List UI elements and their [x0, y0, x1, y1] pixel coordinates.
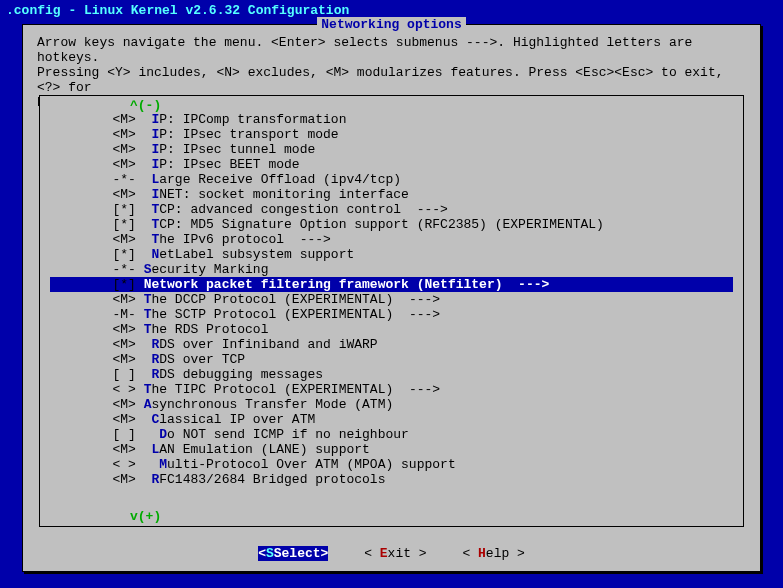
item-state-indicator: <M> [50, 292, 144, 307]
menu-item[interactable]: [ ] RDS debugging messages [50, 367, 733, 382]
menu-item[interactable]: -M- The SCTP Protocol (EXPERIMENTAL) ---… [50, 307, 733, 322]
item-label: etLabel subsystem support [159, 247, 354, 262]
item-state-indicator: <M> [50, 157, 151, 172]
item-label: FC1483/2684 Bridged protocols [159, 472, 385, 487]
item-label: P: IPsec tunnel mode [159, 142, 315, 157]
item-state-indicator: [*] [50, 277, 144, 292]
item-state-indicator: [*] [50, 247, 151, 262]
menu-item[interactable]: [*] TCP: advanced congestion control ---… [50, 202, 733, 217]
help-line-2: Pressing <Y> includes, <N> excludes, <M>… [37, 65, 746, 95]
menu-item[interactable]: <M> LAN Emulation (LANE) support [50, 442, 733, 457]
item-label: he TIPC Protocol (EXPERIMENTAL) ---> [151, 382, 440, 397]
button-bar: <SSelect> < Exit > < Help > [23, 546, 760, 561]
item-state-indicator: <M> [50, 322, 144, 337]
item-label: synchronous Transfer Mode (ATM) [151, 397, 393, 412]
menu-container: ^(-) <M> IP: IPComp transformation <M> I… [39, 95, 744, 527]
item-label: AN Emulation (LANE) support [159, 442, 370, 457]
item-state-indicator: [ ] [50, 367, 151, 382]
item-label: he DCCP Protocol (EXPERIMENTAL) ---> [151, 292, 440, 307]
menu-item[interactable]: <M> Classical IP over ATM [50, 412, 733, 427]
menu-item[interactable]: <M> IP: IPsec tunnel mode [50, 142, 733, 157]
item-state-indicator: < > [50, 382, 144, 397]
item-state-indicator: <M> [50, 472, 151, 487]
menu-item[interactable]: <M> INET: socket monitoring interface [50, 187, 733, 202]
menu-item[interactable]: [ ] Do NOT send ICMP if no neighbour [50, 427, 733, 442]
menu-item[interactable]: [*] Network packet filtering framework (… [50, 277, 733, 292]
item-label: ecurity Marking [151, 262, 268, 277]
scroll-down-indicator[interactable]: v(+) [130, 509, 161, 524]
item-state-indicator: < > [50, 457, 159, 472]
item-label: CP: MD5 Signature Option support (RFC238… [159, 217, 604, 232]
item-label: arge Receive Offload (ipv4/tcp) [159, 172, 401, 187]
window-title: .config - Linux Kernel v2.6.32 Configura… [0, 0, 783, 20]
item-state-indicator: <M> [50, 397, 144, 412]
menu-item[interactable]: <M> IP: IPsec transport mode [50, 127, 733, 142]
help-button[interactable]: < Help > [462, 546, 524, 561]
item-state-indicator: -M- [50, 307, 144, 322]
item-label: ulti-Protocol Over ATM (MPOA) support [167, 457, 456, 472]
menu-item[interactable]: < > The TIPC Protocol (EXPERIMENTAL) ---… [50, 382, 733, 397]
menu-item[interactable]: -*- Security Marking [50, 262, 733, 277]
item-label: P: IPsec BEET mode [159, 157, 299, 172]
menu-item[interactable]: < > Multi-Protocol Over ATM (MPOA) suppo… [50, 457, 733, 472]
menu-item[interactable]: <M> The DCCP Protocol (EXPERIMENTAL) ---… [50, 292, 733, 307]
exit-button[interactable]: < Exit > [364, 546, 426, 561]
item-state-indicator: <M> [50, 142, 151, 157]
item-state-indicator: -*- [50, 172, 151, 187]
item-label: NET: socket monitoring interface [159, 187, 409, 202]
item-state-indicator: <M> [50, 442, 151, 457]
help-line-1: Arrow keys navigate the menu. <Enter> se… [37, 35, 746, 65]
hotkey-letter: D [159, 427, 167, 442]
item-state-indicator: <M> [50, 337, 151, 352]
scroll-up-indicator[interactable]: ^(-) [130, 98, 161, 113]
item-label: o NOT send ICMP if no neighbour [167, 427, 409, 442]
item-label: CP: advanced congestion control ---> [159, 202, 448, 217]
item-state-indicator: <M> [50, 112, 151, 127]
menu-item[interactable]: <M> The RDS Protocol [50, 322, 733, 337]
item-label: DS debugging messages [159, 367, 323, 382]
item-state-indicator: [*] [50, 202, 151, 217]
menu-item[interactable]: <M> IP: IPComp transformation [50, 112, 733, 127]
item-state-indicator: <M> [50, 352, 151, 367]
menu-item[interactable]: <M> RFC1483/2684 Bridged protocols [50, 472, 733, 487]
item-state-indicator: <M> [50, 412, 151, 427]
item-label: he RDS Protocol [151, 322, 268, 337]
item-label: he IPv6 protocol ---> [159, 232, 331, 247]
item-label: P: IPsec transport mode [159, 127, 338, 142]
item-state-indicator: <M> [50, 187, 151, 202]
item-label: DS over Infiniband and iWARP [159, 337, 377, 352]
item-label: DS over TCP [159, 352, 245, 367]
menu-item[interactable]: [*] TCP: MD5 Signature Option support (R… [50, 217, 733, 232]
item-state-indicator: [*] [50, 217, 151, 232]
menu-item[interactable]: <M> IP: IPsec BEET mode [50, 157, 733, 172]
hotkey-letter: M [159, 457, 167, 472]
item-state-indicator: [ ] [50, 427, 159, 442]
item-label: he SCTP Protocol (EXPERIMENTAL) ---> [151, 307, 440, 322]
menu-item[interactable]: <M> Asynchronous Transfer Mode (ATM) [50, 397, 733, 412]
item-state-indicator: -*- [50, 262, 144, 277]
menu-item[interactable]: <M> The IPv6 protocol ---> [50, 232, 733, 247]
screen: .config - Linux Kernel v2.6.32 Configura… [0, 0, 783, 588]
item-label: etwork packet filtering framework (Netfi… [151, 277, 549, 292]
item-label: lassical IP over ATM [159, 412, 315, 427]
dialog-box: Networking options Arrow keys navigate t… [22, 24, 761, 572]
menu-list[interactable]: <M> IP: IPComp transformation <M> IP: IP… [40, 96, 743, 503]
menu-item[interactable]: -*- Large Receive Offload (ipv4/tcp) [50, 172, 733, 187]
item-label: P: IPComp transformation [159, 112, 346, 127]
item-state-indicator: <M> [50, 127, 151, 142]
item-state-indicator: <M> [50, 232, 151, 247]
menu-item[interactable]: [*] NetLabel subsystem support [50, 247, 733, 262]
menu-item[interactable]: <M> RDS over TCP [50, 352, 733, 367]
menu-item[interactable]: <M> RDS over Infiniband and iWARP [50, 337, 733, 352]
select-button[interactable]: <SSelect> [258, 546, 328, 561]
